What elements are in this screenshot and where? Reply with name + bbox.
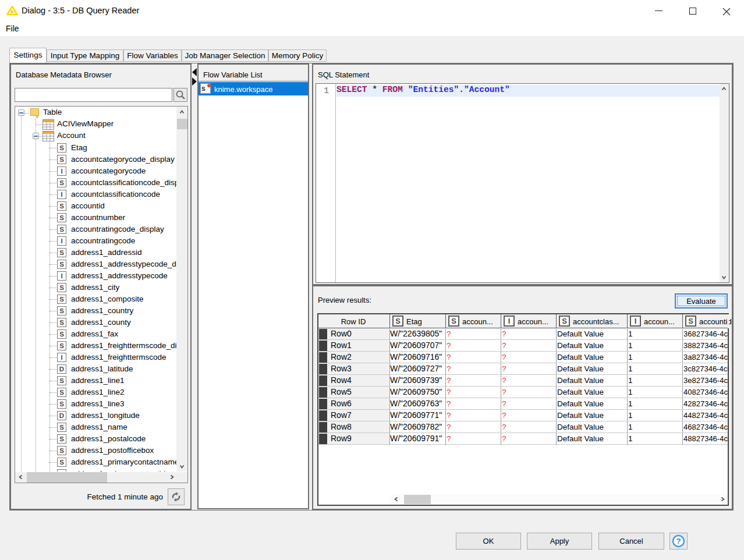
- svg-text:?: ?: [676, 537, 681, 545]
